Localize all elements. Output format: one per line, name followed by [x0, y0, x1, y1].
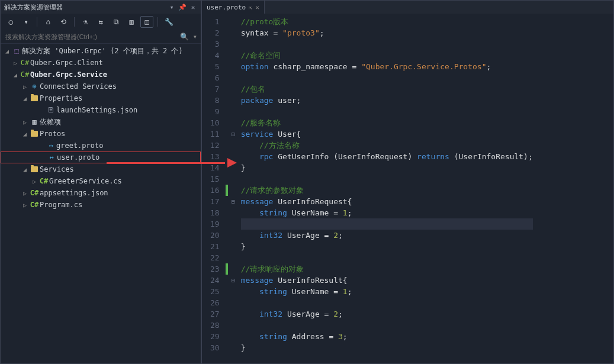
file-label: GreeterService.cs	[49, 177, 122, 185]
search-input[interactable]	[4, 31, 180, 42]
fold-toggle[interactable]: ⊟	[229, 196, 237, 207]
node-label: Connected Services	[40, 82, 117, 91]
separator	[74, 17, 75, 27]
fold-toggle[interactable]: ⊟	[229, 128, 237, 140]
appsettings[interactable]: ▷C#appsettings.json	[1, 187, 201, 199]
file-label: greet.proto	[56, 141, 103, 150]
code-content[interactable]: //proto版本 syntax = "proto3"; //命名空间 opti…	[237, 14, 533, 363]
code-editor: user.proto ⇱ ✕ 1234567891011121314151617…	[201, 0, 614, 364]
pin-icon[interactable]: ⇱	[249, 4, 252, 11]
dependencies[interactable]: ▷▦依赖项	[1, 116, 201, 128]
dropdown-icon[interactable]: ▾	[168, 3, 176, 11]
view-icon[interactable]: ◫	[140, 16, 153, 28]
node-label: Properties	[40, 94, 82, 102]
protos-folder[interactable]: ◢Protos	[1, 128, 201, 140]
node-label: Services	[40, 165, 74, 173]
sync-icon[interactable]: ⟲	[57, 16, 70, 28]
separator	[157, 17, 158, 27]
back-button[interactable]: ◯	[4, 16, 17, 28]
node-label: 依赖项	[40, 117, 61, 127]
solution-label: 解决方案 'Quber.Grpc' (2 个项目，共 2 个)	[22, 46, 183, 56]
project-label: Quber.Grpc.Client	[30, 59, 103, 67]
file-label: appsettings.json	[40, 189, 108, 197]
program-cs[interactable]: ▷C#Program.cs	[1, 199, 201, 211]
explorer-title-bar: 解决方案资源管理器 ▾ 📌 ✕	[1, 1, 201, 14]
properties-icon[interactable]: 🔧	[162, 16, 175, 28]
red-arrow-annotation	[107, 159, 237, 168]
explorer-title-text: 解决方案资源管理器	[4, 3, 63, 12]
project-label: Quber.Grpc.Service	[30, 70, 107, 79]
project-client[interactable]: ▷C#Quber.Grpc.Client	[1, 57, 201, 69]
greet-proto[interactable]: ↔greet.proto	[1, 140, 201, 152]
tab-label: user.proto	[207, 4, 246, 11]
launch-settings[interactable]: 🖹launchSettings.json	[1, 104, 201, 116]
search-icon[interactable]: 🔍 ▾	[180, 33, 197, 41]
tab-bar: user.proto ⇱ ✕	[202, 1, 613, 14]
explorer-toolbar: ◯ ▾ ⌂ ⟲ ⚗ ⇆ ⧉ ▥ ◫ 🔧	[1, 14, 201, 30]
copy-icon[interactable]: ⧉	[110, 16, 123, 28]
separator	[37, 17, 37, 27]
line-gutter: 1234567891011121314151617181920212223242…	[202, 14, 226, 363]
dropdown-toggle[interactable]: ▾	[20, 16, 33, 28]
file-label: launchSettings.json	[56, 106, 137, 114]
close-icon[interactable]: ✕	[189, 3, 197, 11]
filter-icon[interactable]: ⚗	[79, 16, 92, 28]
close-tab-icon[interactable]: ✕	[255, 4, 259, 11]
fold-column: ⊟⊟⊟	[229, 14, 237, 363]
file-label: user.proto	[57, 153, 99, 162]
properties-folder[interactable]: ◢Properties	[1, 92, 201, 104]
solution-node[interactable]: ◢⬚解决方案 'Quber.Grpc' (2 个项目，共 2 个)	[1, 45, 201, 57]
solution-explorer: 解决方案资源管理器 ▾ 📌 ✕ ◯ ▾ ⌂ ⟲ ⚗ ⇆ ⧉ ▥ ◫ 🔧 🔍 ▾ …	[0, 0, 201, 364]
solution-tree: ◢⬚解决方案 'Quber.Grpc' (2 个项目，共 2 个) ▷C#Qub…	[1, 44, 201, 363]
pin-icon[interactable]: 📌	[178, 3, 187, 11]
code-area[interactable]: 1234567891011121314151617181920212223242…	[202, 14, 613, 363]
show-all-icon[interactable]: ▥	[125, 16, 138, 28]
connected-services[interactable]: ▷⊕Connected Services	[1, 80, 201, 92]
search-row: 🔍 ▾	[1, 30, 201, 44]
fold-toggle[interactable]: ⊟	[229, 275, 237, 286]
file-label: Program.cs	[40, 201, 82, 209]
home-button[interactable]: ⌂	[41, 16, 54, 28]
node-label: Protos	[40, 130, 65, 138]
project-service[interactable]: ◢C#Quber.Grpc.Service	[1, 69, 201, 80]
greeter-service[interactable]: ▷C#GreeterService.cs	[1, 175, 201, 187]
swap-icon[interactable]: ⇆	[94, 16, 107, 28]
tab-user-proto[interactable]: user.proto ⇱ ✕	[202, 1, 265, 14]
